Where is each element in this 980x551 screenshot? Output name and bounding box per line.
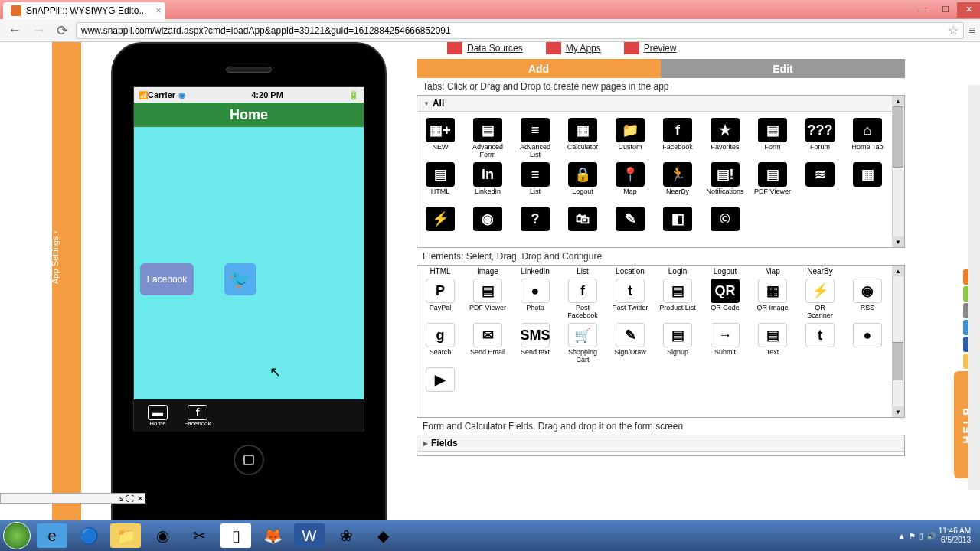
reload-button[interactable]: ⟳	[54, 21, 71, 41]
tab-item[interactable]: ▤Advanced Form	[469, 118, 506, 159]
scroll-thumb[interactable]	[893, 106, 903, 168]
taskbar-explorer[interactable]: 📁	[110, 523, 141, 548]
tray-up-icon[interactable]: ▲	[898, 532, 906, 540]
tab-item[interactable]: ≋	[802, 162, 838, 204]
scroll-thumb[interactable]	[893, 342, 903, 380]
element-item[interactable]: ▤Text	[754, 323, 791, 364]
scroll-down-icon[interactable]: ▼	[892, 406, 904, 417]
taskbar-app[interactable]: 🔵	[74, 523, 104, 548]
tab-edit[interactable]: Edit	[661, 59, 905, 78]
fields-dropdown[interactable]: ▶Fields	[417, 435, 904, 452]
tab-item[interactable]: fFacebook	[659, 118, 696, 159]
link-data-sources[interactable]: Data Sources	[447, 42, 523, 54]
tab-home[interactable]: ▬ Home	[140, 399, 175, 432]
taskbar-app2[interactable]: ◆	[368, 523, 398, 548]
all-dropdown[interactable]: ▼All	[417, 96, 904, 112]
tab-add[interactable]: Add	[416, 59, 661, 78]
tab-item[interactable]: 🏃NearBy	[659, 162, 696, 204]
taskbar-ie[interactable]: e	[37, 523, 67, 548]
tab-item[interactable]: 🔒Logout	[564, 162, 601, 204]
tab-item[interactable]: ✎	[612, 207, 648, 248]
forward-button[interactable]: →	[29, 21, 49, 40]
element-item[interactable]: ▤Signup	[659, 323, 696, 364]
start-button[interactable]	[3, 522, 31, 549]
bookmark-icon[interactable]: ☆	[948, 23, 959, 37]
taskbar-doc[interactable]: ▯	[220, 523, 251, 548]
taskbar-firefox[interactable]: 🦊	[257, 523, 288, 548]
element-item[interactable]: fPost Facebook	[564, 279, 601, 320]
element-item[interactable]: ●Photo	[517, 279, 554, 320]
tab-item[interactable]: ▦Calculator	[564, 118, 601, 159]
element-item[interactable]: ▤PDF Viewer	[469, 279, 506, 320]
element-item[interactable]: PPayPal	[422, 279, 459, 320]
tab-item[interactable]: ▤!Notifications	[707, 162, 743, 204]
minimize-button[interactable]: —	[911, 2, 934, 18]
tab-item[interactable]: ▤HTML	[422, 162, 459, 204]
maximize-button[interactable]: ☐	[934, 2, 957, 18]
tab-item[interactable]: 🛍	[564, 207, 601, 248]
taskbar-gotomeeting[interactable]: ❀	[331, 523, 361, 548]
element-item[interactable]: t	[802, 323, 838, 364]
taskbar-chrome[interactable]: ◉	[147, 523, 178, 548]
tab-item[interactable]: ▦	[849, 162, 886, 204]
tab-item[interactable]: ≡Advanced List	[517, 118, 554, 159]
tab-item[interactable]: ???Forum	[802, 118, 838, 159]
main-scrollbar[interactable]	[968, 85, 980, 490]
tab-item[interactable]: ▤PDF Viewer	[754, 162, 791, 204]
taskbar-clock[interactable]: 11:46 AM6/5/2013	[939, 527, 971, 545]
tab-facebook[interactable]: f Facebook	[180, 399, 215, 432]
window-close-button[interactable]: ✕	[957, 2, 980, 18]
close-icon[interactable]: ✕	[137, 494, 143, 503]
taskbar-word[interactable]: W	[294, 523, 325, 548]
scroll-up-icon[interactable]: ▲	[892, 96, 904, 106]
element-item[interactable]: ▶	[422, 367, 459, 409]
tray-network-icon[interactable]: ▯	[919, 532, 923, 540]
tab-item[interactable]: 📁Custom	[612, 118, 648, 159]
tabs-scrollbar[interactable]: ▲ ▼	[892, 96, 904, 247]
element-item[interactable]: 🛒Shopping Cart	[564, 323, 601, 364]
elements-scrollbar[interactable]: ▲ ▼	[892, 266, 904, 417]
tray-volume-icon[interactable]: 🔊	[926, 532, 936, 540]
scroll-thumb[interactable]	[968, 85, 980, 284]
back-button[interactable]: ←	[5, 21, 24, 40]
element-item[interactable]: ✉Send Email	[469, 323, 506, 364]
taskbar-snip[interactable]: ✂	[184, 523, 214, 548]
tab-item[interactable]: ▦+NEW	[422, 118, 459, 159]
element-item[interactable]: ▦QR Image	[754, 279, 791, 320]
element-item[interactable]: ▤Product List	[659, 279, 696, 320]
chrome-menu-icon[interactable]: ≡	[969, 24, 975, 37]
tab-close-icon[interactable]: ×	[155, 5, 161, 16]
expand-icon[interactable]: ⛶	[126, 494, 134, 503]
tab-item[interactable]: ≡List	[517, 162, 554, 204]
facebook-widget[interactable]: Facebook	[140, 263, 194, 295]
link-my-apps[interactable]: My Apps	[546, 42, 601, 54]
link-preview[interactable]: Preview	[624, 42, 677, 54]
element-item[interactable]: ✎Sign/Draw	[612, 323, 648, 364]
element-item[interactable]: →Submit	[707, 323, 743, 364]
home-button[interactable]	[234, 445, 264, 475]
tab-item[interactable]: ?	[517, 207, 554, 248]
tab-item[interactable]: inLinkedIn	[469, 162, 506, 204]
twitter-widget[interactable]: 🐦	[224, 263, 256, 295]
element-item[interactable]: gSearch	[422, 323, 459, 364]
tab-item[interactable]: 📍Map	[612, 162, 648, 204]
tab-item[interactable]: ⚡	[422, 207, 459, 248]
tab-item[interactable]: ©	[707, 207, 743, 248]
scroll-down-icon[interactable]: ▼	[892, 236, 904, 247]
tab-item[interactable]: ⌂Home Tab	[849, 118, 886, 159]
browser-tab[interactable]: SnAPPii :: WYSIWYG Edito... ×	[3, 2, 165, 19]
scroll-up-icon[interactable]: ▲	[892, 266, 904, 276]
url-bar[interactable]: www.snappii.com/wizard.aspx?cmd=loadApp&…	[76, 22, 964, 39]
tab-item[interactable]: ★Favorites	[707, 118, 743, 159]
element-item[interactable]: tPost Twitter	[612, 279, 648, 320]
element-item[interactable]: SMSSend text	[517, 323, 554, 364]
element-item[interactable]: ●	[849, 323, 886, 364]
element-item[interactable]: QRQR Code	[707, 279, 743, 320]
tab-item[interactable]: ◉	[469, 207, 506, 248]
app-canvas[interactable]: Facebook 🐦	[134, 127, 364, 399]
tab-item[interactable]: ▤Form	[754, 118, 791, 159]
element-item[interactable]: ◉RSS	[849, 279, 886, 320]
element-item[interactable]: ⚡QR Scanner	[802, 279, 838, 320]
tab-item[interactable]: ◧	[659, 207, 696, 248]
tray-flag-icon[interactable]: ⚑	[909, 532, 916, 540]
